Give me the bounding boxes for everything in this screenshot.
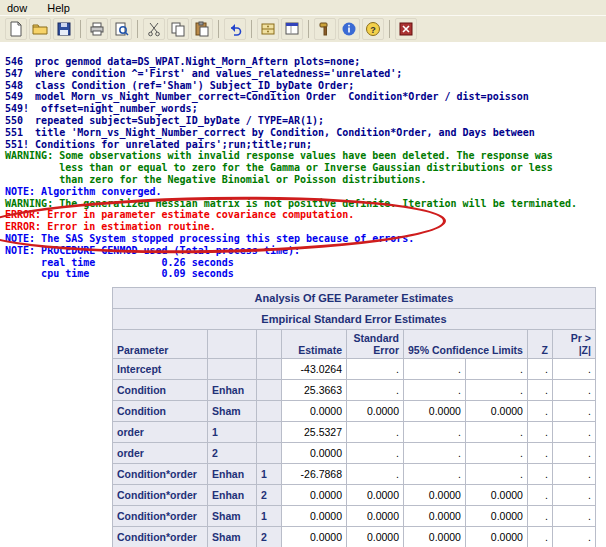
print-preview-icon [113, 21, 129, 37]
paste-button[interactable] [191, 18, 213, 40]
cell-estimate: 0.0000 [282, 506, 347, 527]
exit-icon [398, 21, 414, 37]
open-button[interactable] [29, 18, 51, 40]
cell-estimate: 0.0000 [282, 527, 347, 547]
cell-level1 [208, 359, 257, 380]
copy-icon [170, 21, 186, 37]
cell-level1: Enhan [208, 380, 257, 401]
cell-estimate: 0.0000 [282, 401, 347, 422]
log-line: 548 class Condition (ref='Sham') Subject… [5, 80, 606, 92]
cell-level2 [257, 380, 282, 401]
table-row: Condition*orderEnhan1-26.7868..... [113, 464, 596, 485]
table-row: ConditionSham0.00000.00000.00000.0000.. [113, 401, 596, 422]
save-icon [56, 21, 72, 37]
col-header-estimate: Estimate [282, 330, 347, 359]
cell-stderr: . [347, 464, 404, 485]
cell-cl-lower: . [404, 464, 466, 485]
log-line: less than or equal to zero for the Gamma… [5, 162, 606, 174]
cut-icon [146, 21, 162, 37]
cell-z: . [527, 359, 552, 380]
info-button[interactable] [338, 18, 360, 40]
cell-level2 [257, 401, 282, 422]
log-line: 549! offset=night_number_words; [5, 103, 606, 115]
cell-stderr: . [347, 380, 404, 401]
menu-item-help[interactable]: Help [45, 2, 72, 14]
toolbar-separator [218, 20, 219, 38]
cell-level1: Sham [208, 506, 257, 527]
cell-cl-upper: 0.0000 [465, 506, 527, 527]
cell-pr: . [552, 380, 595, 401]
cell-parameter: Intercept [113, 359, 208, 380]
gee-table: Analysis Of GEE Parameter Estimates Empi… [112, 287, 596, 547]
cell-level1: 1 [208, 422, 257, 443]
tools-button[interactable] [314, 18, 336, 40]
cell-level2 [257, 422, 282, 443]
cell-cl-lower: 0.0000 [404, 527, 466, 547]
menu-bar: dow Help [0, 0, 606, 15]
log-line: WARNING: Some observations with invalid … [5, 150, 606, 162]
cell-z: . [527, 422, 552, 443]
cell-level2: 2 [257, 527, 282, 547]
table-row: Condition*orderSham20.00000.00000.00000.… [113, 527, 596, 547]
cell-level1: Enhan [208, 464, 257, 485]
new-library-icon [260, 21, 276, 37]
copy-button[interactable] [167, 18, 189, 40]
cell-parameter: Condition*order [113, 506, 208, 527]
new-button[interactable] [5, 18, 27, 40]
cell-level1: 2 [208, 443, 257, 464]
menu-item-window-truncated[interactable]: dow [5, 2, 29, 14]
log-line: ERROR: Error in estimation routine. [5, 221, 606, 233]
col-header-z: Z [527, 330, 552, 359]
col-header-pr: Pr > |Z| [552, 330, 595, 359]
log-line: 546 proc genmod data=DS_WPAT.Night_Morn_… [5, 56, 606, 68]
cell-level2: 1 [257, 464, 282, 485]
log-line: 549 model Morn_vs_Night_Number_correct=C… [5, 91, 606, 103]
log-lines: 546 proc genmod data=DS_WPAT.Night_Morn_… [5, 56, 606, 280]
col-header-parameter: Parameter [113, 330, 208, 359]
cell-parameter: Condition [113, 380, 208, 401]
cell-estimate: 25.5327 [282, 422, 347, 443]
cell-pr: . [552, 506, 595, 527]
log-line: cpu time 0.09 seconds [5, 268, 606, 280]
table-row: Condition*orderEnhan20.00000.00000.00000… [113, 485, 596, 506]
table-row: Intercept-43.0264..... [113, 359, 596, 380]
cell-stderr: . [347, 422, 404, 443]
cell-stderr: 0.0000 [347, 401, 404, 422]
explorer-button[interactable] [281, 18, 303, 40]
gee-table-body: Intercept-43.0264.....ConditionEnhan25.3… [113, 359, 596, 547]
info-icon [341, 21, 357, 37]
cell-cl-lower: . [404, 359, 466, 380]
save-button[interactable] [53, 18, 75, 40]
cell-cl-upper: . [465, 443, 527, 464]
cell-pr: . [552, 401, 595, 422]
new-library-button[interactable] [257, 18, 279, 40]
undo-button[interactable] [224, 18, 246, 40]
log-line: 550 repeated subject=Subject_ID_byDate /… [5, 115, 606, 127]
cell-z: . [527, 485, 552, 506]
cell-stderr: 0.0000 [347, 506, 404, 527]
cell-stderr: . [347, 443, 404, 464]
print-button[interactable] [86, 18, 108, 40]
cell-estimate: 0.0000 [282, 443, 347, 464]
cell-stderr: . [347, 359, 404, 380]
exit-button[interactable] [395, 18, 417, 40]
help-button[interactable]: ? [362, 18, 384, 40]
cell-z: . [527, 443, 552, 464]
cell-parameter: order [113, 422, 208, 443]
print-preview-button[interactable] [110, 18, 132, 40]
cell-cl-lower: . [404, 422, 466, 443]
log-line: 551! Conditions for unrelated pairs';run… [5, 139, 606, 151]
sas-log-window: dow Help [0, 0, 606, 547]
cell-stderr: 0.0000 [347, 485, 404, 506]
toolbar-separator [251, 20, 252, 38]
cell-cl-upper: 0.0000 [465, 485, 527, 506]
log-line: ERROR: Error in parameter estimate covar… [5, 209, 606, 221]
cell-estimate: 25.3663 [282, 380, 347, 401]
cut-button[interactable] [143, 18, 165, 40]
log-area[interactable]: 546 proc genmod data=DS_WPAT.Night_Morn_… [0, 42, 606, 300]
log-line: real time 0.26 seconds [5, 257, 606, 269]
cell-parameter: Condition [113, 401, 208, 422]
cell-cl-upper: . [465, 359, 527, 380]
table-row: Condition*orderSham10.00000.00000.00000.… [113, 506, 596, 527]
cell-cl-upper: . [465, 380, 527, 401]
